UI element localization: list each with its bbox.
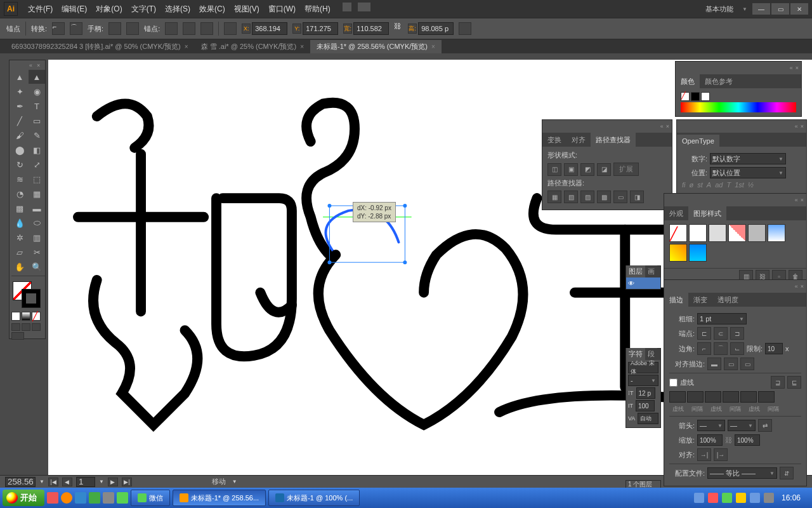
- exclude-icon[interactable]: ◪: [597, 163, 611, 176]
- black-swatch-icon[interactable]: [691, 92, 700, 101]
- taskbar-item-photoshop[interactable]: 未标题-1 @ 100% (...: [268, 490, 360, 506]
- menu-select[interactable]: 选择(S): [161, 2, 194, 17]
- workspace-switcher[interactable]: 基本功能: [705, 4, 733, 14]
- gap-input-3[interactable]: [758, 391, 775, 403]
- stroke-swatch[interactable]: [22, 289, 41, 308]
- divide-icon[interactable]: ▦: [547, 190, 561, 203]
- connect-anchor-icon[interactable]: [183, 22, 195, 35]
- opentype-feature-icon[interactable]: A: [707, 181, 711, 189]
- minus-front-icon[interactable]: ▣: [564, 163, 578, 176]
- style-thumb[interactable]: ╱: [669, 224, 687, 242]
- screen-mode-icon[interactable]: [11, 332, 24, 340]
- close-icon[interactable]: ×: [801, 283, 804, 290]
- menu-view[interactable]: 视图(V): [230, 2, 263, 17]
- taskbar-item-illustrator[interactable]: 未标题-1* @ 258.56...: [173, 490, 266, 506]
- join-miter-icon[interactable]: ⌐: [697, 342, 711, 355]
- mesh-tool[interactable]: ▩: [11, 201, 28, 215]
- align-inside-icon[interactable]: ▭: [724, 358, 738, 370]
- doc-tab-1[interactable]: 66930378992325284 3 [转换].ai* @ 50% (CMYK…: [5, 40, 195, 53]
- next-artboard-button[interactable]: ▶: [108, 478, 118, 486]
- type-tool[interactable]: T: [29, 99, 45, 113]
- menu-edit[interactable]: 编辑(E): [58, 2, 91, 17]
- opentype-feature-icon[interactable]: ad: [715, 181, 723, 189]
- layout-icon[interactable]: [342, 2, 352, 12]
- menu-file[interactable]: 文件(F): [24, 2, 56, 17]
- minimize-button[interactable]: —: [752, 3, 770, 15]
- close-button[interactable]: ✕: [790, 3, 808, 15]
- clock[interactable]: 16:06: [778, 493, 804, 502]
- doc-tab-3[interactable]: 未标题-1* @ 258.56% (CMYK/预览)×: [310, 40, 442, 53]
- tab-pathfinder[interactable]: 路径查找器: [591, 133, 636, 147]
- join-round-icon[interactable]: ⌒: [714, 342, 728, 355]
- close-icon[interactable]: ×: [796, 65, 799, 71]
- handle-hide-icon[interactable]: [126, 22, 139, 35]
- convert-corner-icon[interactable]: ⌐: [52, 22, 65, 35]
- lasso-tool[interactable]: ◉: [29, 84, 45, 98]
- style-thumb[interactable]: [748, 224, 766, 242]
- last-artboard-button[interactable]: ▶|: [122, 478, 132, 486]
- align-outside-icon[interactable]: ▭: [740, 358, 754, 370]
- collapse-icon[interactable]: «: [795, 197, 798, 203]
- collapse-icon[interactable]: «: [795, 123, 798, 130]
- opentype-feature-icon[interactable]: st: [697, 181, 703, 189]
- artboard-tool[interactable]: ▱: [11, 245, 28, 259]
- tab-graphic-styles[interactable]: 图形样式: [688, 206, 726, 220]
- tray-icon[interactable]: [694, 493, 704, 503]
- font-size-input[interactable]: [636, 387, 655, 399]
- tab-transparency[interactable]: 透明度: [712, 293, 743, 307]
- zoom-input[interactable]: [5, 477, 36, 487]
- minus-back-icon[interactable]: ◨: [630, 190, 644, 203]
- eraser-tool[interactable]: ◧: [29, 143, 45, 157]
- miter-limit-input[interactable]: [765, 343, 783, 354]
- doc-tab-2[interactable]: 森 雪 .ai* @ 25% (CMYK/预览)×: [195, 40, 310, 53]
- spectrum-icon[interactable]: [681, 102, 796, 112]
- flip-profile-icon[interactable]: ⇵: [780, 467, 794, 479]
- line-tool[interactable]: ╱: [11, 114, 28, 128]
- width-tool[interactable]: ≋: [11, 172, 28, 186]
- tab-character[interactable]: 字符: [626, 348, 645, 360]
- outline-icon[interactable]: ▭: [613, 190, 627, 203]
- taskbar-item-wechat[interactable]: 微信: [131, 490, 170, 506]
- opentype-feature-icon[interactable]: ø: [690, 181, 694, 189]
- tray-icon[interactable]: [764, 493, 774, 503]
- free-transform-tool[interactable]: ⬚: [29, 172, 45, 186]
- isolate-icon[interactable]: [224, 22, 237, 35]
- tab-appearance[interactable]: 外观: [664, 206, 688, 220]
- visibility-icon[interactable]: 👁: [628, 280, 634, 287]
- quicklaunch-icon[interactable]: [89, 492, 100, 504]
- link-wh-icon[interactable]: ⛓: [394, 22, 403, 35]
- graph-tool[interactable]: ▥: [29, 231, 45, 244]
- collapse-icon[interactable]: «: [795, 283, 798, 290]
- blend-tool[interactable]: ⬭: [29, 216, 45, 230]
- crop-icon[interactable]: ▩: [597, 190, 611, 203]
- menu-object[interactable]: 对象(O): [92, 2, 126, 17]
- arrow-end-dropdown[interactable]: —▼: [728, 420, 756, 431]
- tray-icon[interactable]: [750, 493, 760, 503]
- eyedropper-tool[interactable]: 💧: [11, 216, 28, 230]
- none-swatch-icon[interactable]: ╱: [681, 92, 690, 101]
- opentype-feature-icon[interactable]: ½: [748, 181, 754, 189]
- quicklaunch-icon[interactable]: [75, 492, 86, 504]
- arrow-scale-start-input[interactable]: [697, 434, 723, 446]
- hand-tool[interactable]: ✋: [11, 260, 28, 274]
- tray-icon[interactable]: [736, 493, 746, 503]
- font-family-dropdown[interactable]: Adobe 宋体: [628, 362, 658, 373]
- weight-dropdown[interactable]: 1 pt▼: [697, 313, 747, 324]
- paintbrush-tool[interactable]: 🖌: [11, 128, 28, 142]
- magic-wand-tool[interactable]: ✦: [11, 84, 28, 98]
- arrow-align-end-icon[interactable]: |→: [714, 448, 728, 461]
- tab-gradient[interactable]: 渐变: [688, 293, 712, 307]
- dash-input-3[interactable]: [740, 391, 757, 403]
- tab-align[interactable]: 对齐: [566, 133, 591, 147]
- close-icon[interactable]: ×: [801, 123, 804, 130]
- merge-icon[interactable]: ▨: [580, 190, 594, 203]
- collapse-icon[interactable]: «: [29, 62, 36, 69]
- gradient-tool[interactable]: ▬: [29, 201, 45, 215]
- none-mode-icon[interactable]: ╱: [32, 312, 41, 321]
- number-style-dropdown[interactable]: 默认数字▼: [710, 153, 786, 164]
- scale-tool[interactable]: ⤢: [29, 157, 45, 171]
- quicklaunch-icon[interactable]: [47, 492, 58, 504]
- y-input[interactable]: [303, 22, 338, 35]
- menu-effect[interactable]: 效果(C): [195, 2, 229, 17]
- gradient-mode-icon[interactable]: [22, 312, 30, 321]
